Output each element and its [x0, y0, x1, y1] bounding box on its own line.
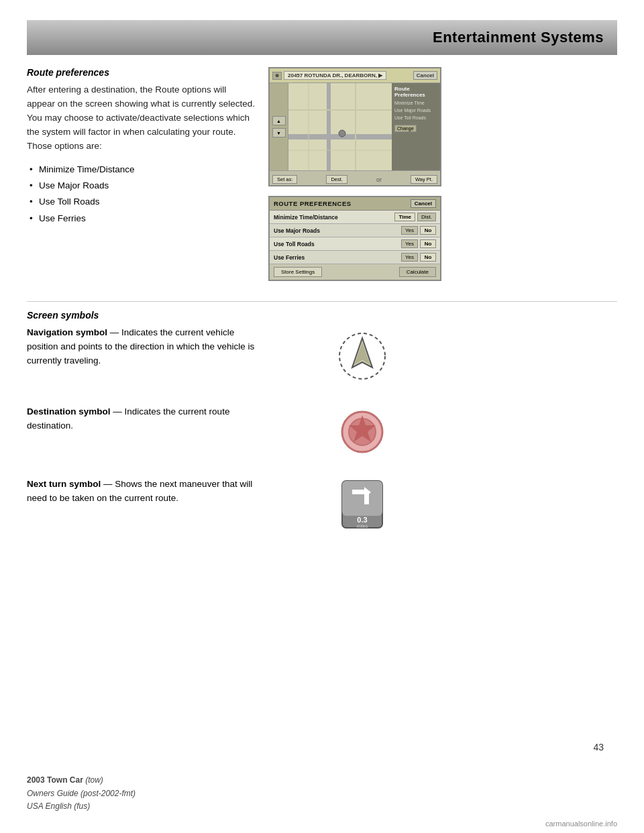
list-item: Use Ferries [27, 211, 255, 227]
nav-panel-item: Use Toll Roads [394, 115, 437, 121]
nav-set-as-label: Set as: [272, 175, 297, 184]
route-pref-table: ROUTE PREFERENCES Cancel Minimize Time/D… [268, 196, 441, 281]
navigation-symbol-icon [332, 326, 392, 386]
page-title: Entertainment Systems [433, 29, 604, 46]
destination-symbol-icon [335, 405, 389, 459]
rpt-footer: Store Settings Calculate [270, 264, 440, 280]
header-bar: Entertainment Systems [27, 20, 617, 55]
dest-symbol-image [268, 405, 456, 459]
nav-top-bar: ⊕ 20457 ROTUNDA DR., DEARBORN, ▶ Cancel [270, 68, 440, 83]
nav-left-controls: ▲ ▼ [270, 83, 288, 170]
nav-dest-button[interactable]: Dest. [326, 175, 347, 184]
nav-map-svg [288, 83, 392, 170]
section-divider [27, 301, 617, 302]
nav-map [288, 83, 392, 170]
rpt-dist-button[interactable]: Dist. [417, 213, 436, 221]
rpt-no-button[interactable]: No [420, 239, 436, 248]
rpt-row-label: Use Ferries [274, 254, 399, 261]
route-preferences-body: After entering a destination, the Route … [27, 83, 255, 154]
footer-line1: 2003 Town Car (tow) [27, 774, 136, 787]
rpt-yes-button[interactable]: Yes [401, 253, 418, 262]
nav-down-button[interactable]: ▼ [272, 128, 286, 137]
rpt-cancel-button[interactable]: Cancel [411, 199, 436, 208]
nav-or-label: or [376, 176, 382, 183]
rpt-yes-button[interactable]: Yes [401, 226, 418, 235]
next-turn-symbol-row: Next turn symbol — Shows the next maneuv… [27, 478, 617, 531]
route-preferences-heading: Route preferences [27, 67, 255, 78]
footer-line2: Owners Guide (post-2002-fmt) [27, 787, 136, 800]
table-row: Use Major Roads Yes No [270, 224, 440, 237]
route-preferences-text: Route preferences After entering a desti… [27, 67, 255, 281]
list-item: Use Toll Roads [27, 194, 255, 210]
next-turn-symbol-image: 0.3 miles [268, 478, 456, 531]
rpt-no-button[interactable]: No [420, 253, 436, 262]
nav-panel-item: Minimize Time [394, 100, 437, 106]
nav-address: 20457 ROTUNDA DR., DEARBORN, ▶ [284, 71, 386, 80]
nav-cancel-button[interactable]: Cancel [413, 71, 437, 80]
rpt-store-settings-button[interactable]: Store Settings [274, 267, 322, 277]
nav-change-button[interactable]: Change [394, 125, 417, 132]
nav-bottom-bar: Set as: Dest. or Way Pt. [270, 170, 440, 186]
rpt-calculate-button[interactable]: Calculate [399, 267, 436, 277]
route-preferences-images: ⊕ 20457 ROTUNDA DR., DEARBORN, ▶ Cancel … [268, 67, 441, 281]
footer-book-code: (tow) [85, 775, 103, 785]
rpt-row-label: Use Toll Roads [274, 241, 399, 247]
nav-screenshot: ⊕ 20457 ROTUNDA DR., DEARBORN, ▶ Cancel … [268, 67, 441, 186]
nav-symbol-text: Navigation symbol — Indicates the curren… [27, 326, 255, 368]
footer-book-title: 2003 Town Car [27, 775, 83, 785]
screen-symbols-heading: Screen symbols [27, 310, 617, 321]
svg-text:0.3: 0.3 [357, 516, 367, 524]
next-turn-symbol-bold: Next turn symbol [27, 479, 101, 489]
rpt-yes-button[interactable]: Yes [401, 239, 418, 248]
svg-rect-17 [364, 492, 369, 504]
rpt-row-label: Minimize Time/Distance [274, 214, 392, 221]
footer-language-code: (fus) [74, 801, 90, 811]
nav-symbol-row: Navigation symbol — Indicates the curren… [27, 326, 617, 386]
nav-symbol-image [268, 326, 456, 386]
table-row: Use Ferries Yes No [270, 251, 440, 264]
svg-text:miles: miles [357, 524, 368, 529]
screen-symbols-section: Screen symbols Navigation symbol — Indic… [27, 310, 617, 531]
dest-symbol-bold: Destination symbol [27, 406, 111, 416]
watermark: carmanualsonline.info [545, 820, 617, 828]
rpt-no-button[interactable]: No [420, 226, 436, 235]
footer-language: USA English [27, 801, 72, 811]
nav-up-button[interactable]: ▲ [272, 116, 286, 125]
nav-panel-title: Route Preferences [394, 86, 437, 98]
next-turn-icon: 0.3 miles [339, 478, 386, 531]
main-content: Route preferences After entering a desti… [27, 55, 617, 531]
dest-symbol-row: Destination symbol — Indicates the curre… [27, 405, 617, 459]
list-item: Use Major Roads [27, 178, 255, 194]
rpt-header-title: ROUTE PREFERENCES [274, 200, 352, 207]
svg-rect-15 [352, 490, 364, 494]
table-row: Minimize Time/Distance Time Dist. [270, 211, 440, 224]
nav-panel-item: Use Major Roads [394, 107, 437, 113]
nav-way-pt-button[interactable]: Way Pt. [411, 175, 437, 184]
rpt-header: ROUTE PREFERENCES Cancel [270, 197, 440, 211]
table-row: Use Toll Roads Yes No [270, 237, 440, 251]
nav-symbol-bold: Navigation symbol [27, 327, 107, 337]
next-turn-symbol-text: Next turn symbol — Shows the next maneuv… [27, 478, 255, 506]
rpt-row-label: Use Major Roads [274, 227, 399, 234]
footer: 2003 Town Car (tow) Owners Guide (post-2… [27, 774, 136, 813]
page-number: 43 [593, 742, 604, 753]
svg-rect-14 [342, 481, 382, 516]
route-preferences-section: Route preferences After entering a desti… [27, 67, 617, 281]
rpt-time-button[interactable]: Time [394, 213, 415, 221]
list-item: Minimize Time/Distance [27, 162, 255, 178]
dest-symbol-text: Destination symbol — Indicates the curre… [27, 405, 255, 433]
nav-right-panel: Route Preferences Minimize Time Use Majo… [392, 83, 440, 170]
route-preferences-list: Minimize Time/Distance Use Major Roads U… [27, 162, 255, 227]
nav-map-area: ▲ ▼ [270, 83, 440, 170]
svg-point-6 [339, 130, 345, 137]
footer-line3: USA English (fus) [27, 800, 136, 813]
